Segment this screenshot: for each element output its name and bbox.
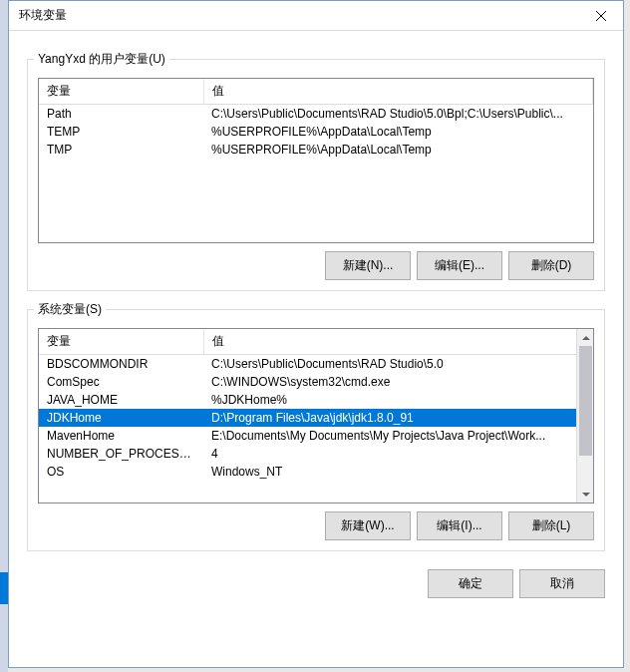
var-name: ComSpec [39,373,203,391]
table-row[interactable]: TMP%USERPROFILE%\AppData\Local\Temp [39,141,593,159]
sys-delete-button[interactable]: 删除(L) [508,511,594,540]
var-value: E:\Documents\My Documents\My Projects\Ja… [203,427,593,445]
sys-col-val[interactable]: 值 [203,329,593,355]
sys-col-var[interactable]: 变量 [39,329,203,355]
sys-scrollbar[interactable] [576,329,593,503]
user-vars-legend: YangYxd 的用户变量(U) [34,51,169,68]
var-name: OS [39,463,203,481]
table-row[interactable]: MavenHomeE:\Documents\My Documents\My Pr… [39,427,593,445]
dialog-title: 环境变量 [19,7,67,24]
var-name: TMP [39,141,203,159]
scroll-down-icon[interactable] [577,486,594,503]
scroll-up-icon[interactable] [577,329,594,346]
user-delete-button[interactable]: 删除(D) [508,251,594,280]
user-col-var[interactable]: 变量 [39,79,203,105]
ok-button[interactable]: 确定 [428,569,513,598]
table-row[interactable]: JAVA_HOME%JDKHome% [39,391,593,409]
sys-vars-group: 系统变量(S) 变量 值 BDSCOMMONDIRC:\Users\Public… [27,309,605,551]
close-button[interactable] [578,1,623,31]
var-name: MavenHome [39,427,203,445]
sys-vars-table[interactable]: 变量 值 BDSCOMMONDIRC:\Users\Public\Documen… [38,328,594,504]
var-name: JDKHome [39,409,203,427]
var-name: TEMP [39,123,203,141]
var-value: %USERPROFILE%\AppData\Local\Temp [203,141,593,159]
var-value: 4 [203,445,593,463]
env-vars-dialog: 环境变量 YangYxd 的用户变量(U) 变量 值 PathC:\Users\… [8,0,624,668]
table-row[interactable]: TEMP%USERPROFILE%\AppData\Local\Temp [39,123,593,141]
var-value: %JDKHome% [203,391,593,409]
sys-edit-button[interactable]: 编辑(I)... [417,511,502,540]
table-row[interactable]: ComSpecC:\WINDOWS\system32\cmd.exe [39,373,593,391]
close-icon [596,11,606,21]
user-edit-button[interactable]: 编辑(E)... [417,251,502,280]
cancel-button[interactable]: 取消 [519,569,605,598]
var-value: Windows_NT [203,463,593,481]
table-row[interactable]: PathC:\Users\Public\Documents\RAD Studio… [39,105,593,124]
var-name: NUMBER_OF_PROCESSORS [39,445,203,463]
table-row[interactable]: JDKHomeD:\Program Files\Java\jdk\jdk1.8.… [39,409,593,427]
user-vars-group: YangYxd 的用户变量(U) 变量 值 PathC:\Users\Publi… [27,59,605,291]
var-value: %USERPROFILE%\AppData\Local\Temp [203,123,593,141]
titlebar: 环境变量 [9,1,623,31]
var-value: C:\WINDOWS\system32\cmd.exe [203,373,593,391]
scroll-thumb[interactable] [579,346,592,456]
table-row[interactable]: BDSCOMMONDIRC:\Users\Public\Documents\RA… [39,355,593,374]
table-row[interactable]: NUMBER_OF_PROCESSORS4 [39,445,593,463]
user-vars-table[interactable]: 变量 值 PathC:\Users\Public\Documents\RAD S… [38,78,594,243]
sys-new-button[interactable]: 新建(W)... [325,511,411,540]
var-value: C:\Users\Public\Documents\RAD Studio\5.0 [203,355,593,374]
user-col-val[interactable]: 值 [203,79,593,105]
table-row[interactable]: OSWindows_NT [39,463,593,481]
user-new-button[interactable]: 新建(N)... [325,251,411,280]
sys-vars-legend: 系统变量(S) [34,301,106,318]
var-name: BDSCOMMONDIR [39,355,203,374]
var-value: C:\Users\Public\Documents\RAD Studio\5.0… [203,105,593,124]
var-name: JAVA_HOME [39,391,203,409]
var-value: D:\Program Files\Java\jdk\jdk1.8.0_91 [203,409,593,427]
var-name: Path [39,105,203,124]
